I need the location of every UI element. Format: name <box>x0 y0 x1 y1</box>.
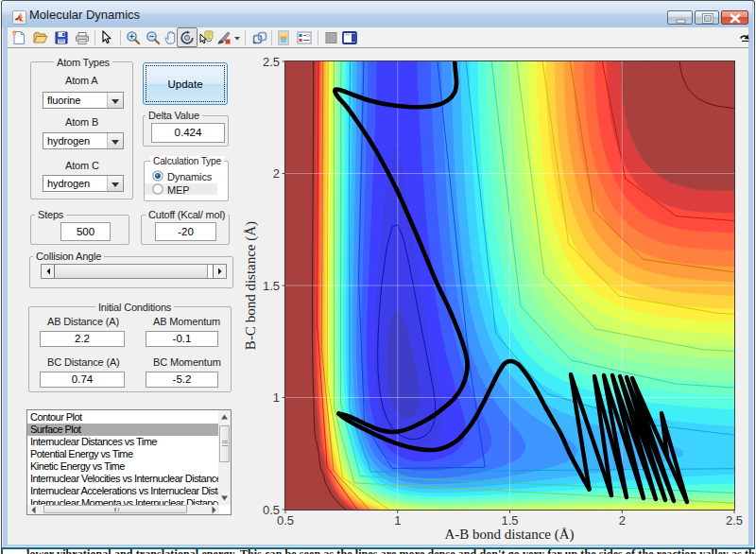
svg-text:B-C bond distance (Å): B-C bond distance (Å) <box>243 221 259 350</box>
svg-text:1: 1 <box>394 513 401 528</box>
svg-text:2: 2 <box>273 166 280 181</box>
svg-text:2: 2 <box>619 513 626 528</box>
svg-text:1.5: 1.5 <box>501 513 518 528</box>
svg-text:1: 1 <box>273 390 280 405</box>
svg-text:A-B bond distance (Å): A-B bond distance (Å) <box>444 527 574 543</box>
svg-text:1.5: 1.5 <box>263 279 280 293</box>
svg-text:2.5: 2.5 <box>263 55 280 69</box>
svg-text:0.5: 0.5 <box>263 503 280 517</box>
svg-text:2.5: 2.5 <box>726 513 743 528</box>
